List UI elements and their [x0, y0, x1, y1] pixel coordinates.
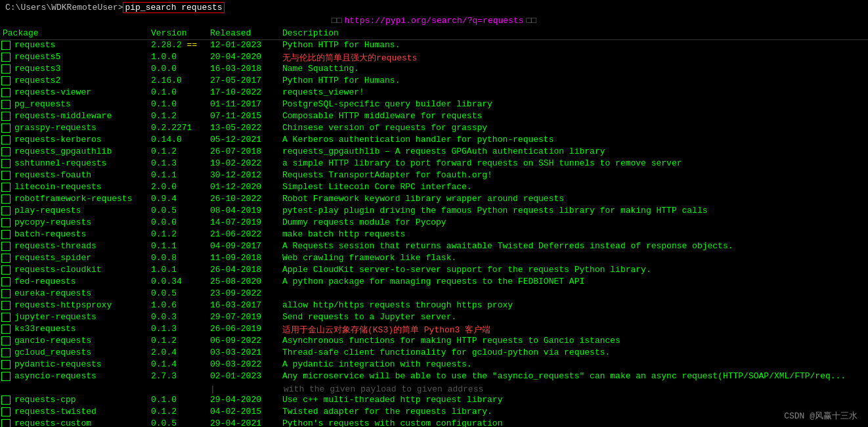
pkg-checkbox[interactable] — [1, 183, 11, 192]
pkg-cell: requests_spider — [0, 253, 151, 263]
table-row: grasspy-requests0.2.227113-05-2022Chinse… — [0, 123, 868, 135]
rel-cell: 06-09-2022 — [210, 336, 282, 346]
pkg-name: pycopy-requests — [14, 217, 91, 227]
pkg-checkbox[interactable] — [1, 64, 11, 74]
pkg-name: requests-threads — [14, 241, 97, 251]
pkg-checkbox[interactable] — [1, 194, 11, 204]
ver-cell: 0.0.5 — [151, 418, 210, 427]
pkg-cell: pycopy-requests — [0, 217, 151, 227]
ver-cell: 2.0.0 — [151, 182, 210, 192]
desc-cell: pytest-play plugin driving the famous Py… — [282, 206, 868, 215]
table-row: sshtunnel-requests0.1.319-02-2022a simpl… — [0, 158, 868, 170]
table-row: requests-viewer0.1.017-10-2022requests_v… — [0, 87, 868, 99]
ver-cell: 0.1.2 — [151, 111, 210, 121]
pkg-checkbox[interactable] — [1, 348, 11, 357]
header-version: Version — [151, 28, 210, 38]
desc-cell: Thread-safe client functionality for gcl… — [282, 348, 868, 357]
rel-cell: 29-07-2019 — [210, 312, 282, 322]
desc-cell: A Requests session that returns awaitabl… — [282, 241, 868, 251]
pkg-checkbox[interactable] — [1, 372, 11, 381]
pkg-cell: requests2 — [0, 76, 151, 85]
rel-cell: 05-12-2021 — [210, 135, 282, 145]
rel-cell: 04-09-2017 — [210, 241, 282, 251]
bracket-right: □□ — [527, 16, 537, 26]
pkg-checkbox[interactable] — [1, 53, 11, 62]
pkg-checkbox[interactable] — [1, 124, 11, 133]
desc-cell: a simple HTTP library to port forward re… — [282, 158, 868, 168]
pkg-checkbox[interactable] — [1, 395, 11, 405]
separator-row: | with the given payload to given addres… — [0, 383, 868, 395]
pkg-checkbox[interactable] — [1, 360, 11, 369]
pkg-name: ks33requests — [14, 324, 76, 334]
pkg-cell: requests-threads — [0, 241, 151, 251]
table-header: Package Version Released Description — [0, 27, 868, 40]
pkg-checkbox[interactable] — [1, 301, 11, 310]
pkg-name: requests-custom — [14, 418, 91, 427]
pkg-name: gcloud_requests — [14, 348, 91, 357]
header-description: Description — [282, 28, 868, 38]
pkg-name: requests-viewer — [14, 87, 91, 97]
desc-cell: Chinsese version of requests for grasspy — [282, 123, 868, 133]
desc-cell: Dummy requests module for Pycopy — [282, 217, 868, 227]
desc-cell: 适用于金山云对象存储(KS3)的简单 Python3 客户端 — [282, 324, 868, 336]
desc-cell: A pydantic integration with requests. — [282, 359, 868, 369]
header-released: Released — [210, 28, 282, 38]
ver-cell: 2.7.3 — [151, 371, 210, 381]
table-body-2: requests-cpp0.1.029-04-2020Use c++ multi… — [0, 395, 868, 427]
table-row: jupyter-requests0.0.329-07-2019Send requ… — [0, 312, 868, 324]
pkg-checkbox[interactable] — [1, 41, 11, 50]
ver-cell: 2.0.4 — [151, 348, 210, 357]
ver-cell: 1.0.0 — [151, 52, 210, 62]
pkg-cell: grasspy-requests — [0, 123, 151, 133]
pkg-checkbox[interactable] — [1, 419, 11, 428]
pkg-checkbox[interactable] — [1, 88, 11, 97]
pkg-checkbox[interactable] — [1, 265, 11, 275]
pkg-name: fed-requests — [14, 277, 76, 286]
pkg-checkbox[interactable] — [1, 206, 11, 215]
desc-cell: allow http/https requests through https … — [282, 300, 868, 310]
desc-cell: requests_viewer! — [282, 87, 868, 97]
pkg-cell: eureka-requests — [0, 288, 151, 298]
pkg-checkbox[interactable] — [1, 100, 11, 109]
ver-cell: 0.1.2 — [151, 336, 210, 346]
table-row: requests-custom0.0.529-04-2021Python's r… — [0, 418, 868, 427]
rel-cell: 30-12-2012 — [210, 170, 282, 180]
pkg-checkbox[interactable] — [1, 325, 11, 334]
rel-cell: 08-04-2019 — [210, 206, 282, 215]
pkg-checkbox[interactable] — [1, 242, 11, 251]
ver-cell: 0.1.3 — [151, 158, 210, 168]
pkg-checkbox[interactable] — [1, 218, 11, 227]
watermark: CSDN @风赢十三水 — [784, 410, 857, 422]
pkg-checkbox[interactable] — [1, 407, 11, 416]
pkg-checkbox[interactable] — [1, 135, 11, 145]
desc-cell: Twisted adapter for the requests library… — [282, 407, 868, 416]
desc-cell: Composable HTTP middleware for requests — [282, 111, 868, 121]
pkg-checkbox[interactable] — [1, 254, 11, 263]
pkg-name: pydantic-requests — [14, 359, 102, 369]
pkg-cell: asyncio-requests — [0, 371, 151, 381]
pip-url: https://pypi.org/search/?q=requests — [344, 16, 523, 26]
pkg-checkbox[interactable] — [1, 159, 11, 168]
ver-cell: 0.1.0 — [151, 99, 210, 109]
pkg-checkbox[interactable] — [1, 313, 11, 322]
ver-cell: 0.9.4 — [151, 194, 210, 204]
rel-cell: 09-03-2022 — [210, 359, 282, 369]
ver-cell: 2.28.2 == — [151, 40, 210, 50]
ver-cell: 0.0.34 — [151, 277, 210, 286]
pkg-checkbox[interactable] — [1, 147, 11, 156]
pkg-name: asyncio-requests — [14, 371, 97, 381]
table-row: requests-twisted0.1.204-02-2015Twisted a… — [0, 407, 868, 418]
pkg-checkbox[interactable] — [1, 112, 11, 121]
pkg-checkbox[interactable] — [1, 76, 11, 85]
pkg-cell: ks33requests — [0, 324, 151, 334]
pkg-checkbox[interactable] — [1, 171, 11, 180]
pkg-name: batch-requests — [14, 229, 86, 239]
pkg-checkbox[interactable] — [1, 277, 11, 286]
pkg-checkbox[interactable] — [1, 336, 11, 346]
pkg-checkbox[interactable] — [1, 289, 11, 298]
pkg-name: requests-twisted — [14, 407, 97, 416]
pkg-checkbox[interactable] — [1, 230, 11, 239]
ver-cell: 1.0.1 — [151, 265, 210, 275]
pkg-name: requests-middleware — [14, 111, 112, 121]
table-row: requests22.16.027-05-2017Python HTTP for… — [0, 76, 868, 87]
